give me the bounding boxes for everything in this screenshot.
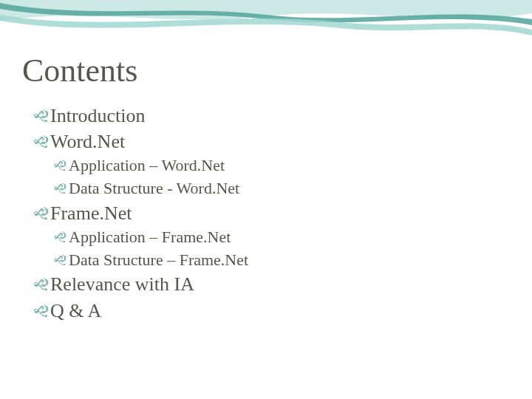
bullet-icon: 🙝 bbox=[33, 301, 49, 323]
list-item-text: Q & A bbox=[50, 300, 101, 321]
list-item-text: Application – Frame.Net bbox=[69, 228, 231, 246]
list-item-text: Word.Net bbox=[50, 131, 125, 152]
list-item-text: Frame.Net bbox=[50, 202, 132, 224]
bullet-icon: 🙝 bbox=[53, 228, 67, 248]
list-item: 🙝Data Structure - Word.Net bbox=[22, 177, 510, 200]
slide-content: Contents 🙝Introduction 🙝Word.Net 🙝Applic… bbox=[22, 52, 510, 324]
list-item: 🙝Frame.Net bbox=[22, 200, 510, 226]
bullet-icon: 🙝 bbox=[33, 274, 49, 296]
bullet-icon: 🙝 bbox=[33, 203, 49, 225]
list-item: 🙝Q & A bbox=[22, 298, 510, 324]
list-item: 🙝Data Structure – Frame.Net bbox=[22, 249, 510, 272]
bullet-icon: 🙝 bbox=[33, 106, 49, 128]
slide-top-wave-decoration bbox=[0, 0, 532, 52]
list-item: 🙝Word.Net bbox=[22, 129, 510, 154]
list-item: 🙝Application – Word.Net bbox=[22, 154, 510, 177]
list-item-text: Data Structure – Frame.Net bbox=[69, 250, 248, 269]
list-item-text: Relevance with IA bbox=[50, 273, 194, 295]
list-item-text: Application – Word.Net bbox=[69, 156, 225, 174]
list-item-text: Introduction bbox=[50, 105, 146, 126]
slide-title: Contents bbox=[22, 52, 510, 89]
bullet-icon: 🙝 bbox=[53, 157, 67, 176]
bullet-icon: 🙝 bbox=[53, 251, 67, 270]
list-item: 🙝Application – Frame.Net bbox=[22, 226, 510, 249]
list-item-text: Data Structure - Word.Net bbox=[69, 179, 239, 197]
bullet-icon: 🙝 bbox=[33, 132, 49, 154]
list-item: 🙝Relevance with IA bbox=[22, 271, 510, 297]
contents-list: 🙝Introduction 🙝Word.Net 🙝Application – W… bbox=[22, 103, 510, 324]
bullet-icon: 🙝 bbox=[53, 180, 67, 199]
list-item: 🙝Introduction bbox=[22, 103, 510, 129]
